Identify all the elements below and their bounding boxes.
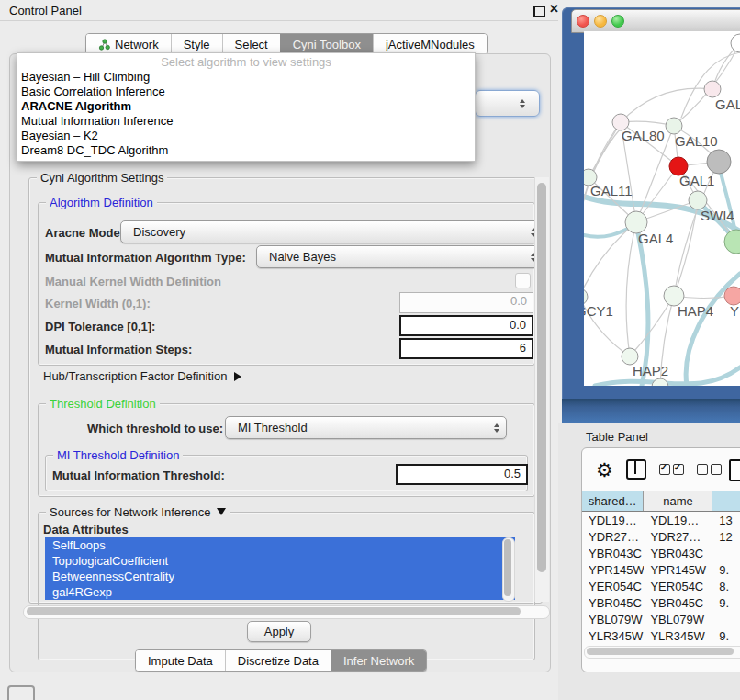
table-cell: 9. [712,629,740,643]
select-all-icon[interactable] [659,464,684,475]
algorithm-option[interactable]: Bayesian – K2 [17,129,475,143]
table-row[interactable]: YER054CYER054C8. [582,578,740,594]
aracne-mode-combo[interactable]: Discovery [120,220,544,243]
tab-infer-network[interactable]: Infer Network [331,650,426,671]
table-cell: YBL079W [644,613,712,627]
table-column-header[interactable] [712,491,740,511]
gear-icon[interactable]: ⚙ [596,460,613,480]
apply-button[interactable]: Apply [247,621,311,642]
network-edge-thick [636,224,648,386]
table-panel-title: Table Panel [586,430,648,444]
dpi-tolerance-field[interactable]: 0.0 [399,315,533,336]
sources-legend: Sources for Network Inference [46,505,230,519]
network-node-salmon[interactable] [724,287,740,305]
table-cell: 12 [712,530,740,544]
mi-threshold-label: Mutual Information Threshold: [52,469,225,482]
network-node-pink-top[interactable] [704,81,721,97]
table-column-header[interactable]: name [644,491,712,511]
tab-label: Select [235,38,268,51]
close-icon[interactable]: ✕ [549,2,559,16]
network-edge [626,222,636,356]
close-traffic-light-icon[interactable] [577,15,589,28]
document-icon[interactable] [729,459,740,481]
data-attribute-item[interactable]: BetweennessCentrality [45,569,515,584]
table-cell: YBL079W [582,613,644,627]
mi-steps-field[interactable]: 6 [399,338,533,359]
manual-kernel-checkbox[interactable] [515,273,531,288]
tab-label: Network [115,38,159,51]
table-cell: 13 [712,514,740,527]
dpi-tolerance-label: DPI Tolerance [0,1]: [45,320,155,333]
table-row[interactable]: YLR345WYLR345W9. [582,627,740,644]
table-row[interactable]: YBR043CYBR043C [582,545,740,561]
tab-style[interactable]: Style [171,34,222,54]
hub-definition-toggle[interactable]: Hub/Transcription Factor Definition [43,369,241,383]
aracne-mode-label: Aracne Mode: [45,226,124,240]
inference-algorithm-combo-fragment[interactable] [475,90,540,117]
data-attribute-item[interactable]: SelfLoops [45,537,515,553]
table-panel-body: ⚙ shared…name YDL19…YDL19…13YDR27…YDR27…… [581,447,740,672]
tab-cyni-toolbox[interactable]: Cyni Toolbox [280,34,373,54]
tab-impute-data[interactable]: Impute Data [136,650,225,671]
table-cell: YDR27… [582,530,644,544]
algorithm-option[interactable]: Bayesian – Hill Climbing [17,70,475,85]
partial-bottom-button[interactable] [7,685,35,700]
table-row[interactable]: YDL19…YDL19…13 [582,512,740,528]
kernel-width-label: Kernel Width (0,1): [45,297,151,310]
settings-horizontal-scrollbar[interactable] [23,605,550,619]
attributes-scrollbar[interactable] [502,537,515,602]
minimize-traffic-light-icon[interactable] [594,15,607,28]
network-edge [589,122,621,177]
table-cell: YDL19… [582,514,644,527]
tab-label: Infer Network [343,654,414,668]
table-column-header[interactable]: shared… [582,491,644,511]
tab-network[interactable]: Network [86,34,171,54]
float-window-icon[interactable] [533,6,545,17]
table-cell: YBR043C [582,547,644,560]
network-canvas[interactable]: GALGAL80GAL10GAL1GAL11SWI4GAL4GCY1HAP4YH… [584,31,740,386]
deselect-all-icon[interactable] [697,464,722,475]
algorithm-option[interactable]: Mutual Information Inference [17,114,475,129]
table-horizontal-scrollbar-thumb[interactable] [587,648,734,655]
threshold-definition-legend: Threshold Definition [46,397,160,411]
network-node-swi4[interactable] [689,191,707,209]
data-attribute-item[interactable]: gal4RGexp [45,584,515,600]
table-row[interactable]: YBR045CYBR045C9. [582,594,740,611]
algorithm-option[interactable]: Dream8 DC_TDC Algorithm [17,143,475,158]
table-row[interactable]: YPR145WYPR145W9. [582,561,740,578]
tab-discretize-data[interactable]: Discretize Data [225,650,331,671]
network-node-partial-top[interactable] [731,34,740,52]
table-horizontal-scrollbar[interactable] [584,646,740,659]
network-window[interactable]: GALGAL80GAL10GAL1GAL11SWI4GAL4GCY1HAP4YH… [562,7,740,399]
settings-horizontal-scrollbar-thumb[interactable] [27,607,521,615]
algorithm-option[interactable]: Basic Correlation Inference [17,85,475,99]
mi-threshold-field[interactable]: 0.5 [396,464,528,485]
attributes-scrollbar-thumb[interactable] [504,539,511,596]
tab-jactivemnodules[interactable]: jActiveMNodules [373,34,487,54]
table-row[interactable]: YDR27…YDR27…12 [582,528,740,545]
table-cell: YBR045C [582,596,644,610]
network-node-bottom-node[interactable] [652,378,668,386]
columns-icon[interactable] [626,459,646,480]
cyni-bottom-tabs: Impute DataDiscretize DataInfer Network [135,649,427,672]
data-attributes-list[interactable]: SelfLoopsTopologicalCoefficientBetweenne… [45,537,515,600]
settings-vertical-scrollbar-thumb[interactable] [537,183,546,572]
network-node-gal10[interactable] [666,118,682,134]
network-window-titlebar[interactable] [571,9,740,33]
mi-type-value: Naive Bayes [269,250,336,264]
mi-type-combo[interactable]: Naive Bayes [256,245,544,268]
network-graph[interactable]: GALGAL80GAL10GAL1GAL11SWI4GAL4GCY1HAP4YH… [584,31,740,386]
which-threshold-combo[interactable]: MI Threshold [225,416,507,439]
network-node-label: HAP4 [678,303,713,319]
network-node-gray-node[interactable] [707,150,731,174]
kernel-width-field[interactable]: 0.0 [399,292,533,313]
network-icon [98,39,110,51]
table-cell: YDL19… [644,514,712,527]
algorithm-option[interactable]: ARACNE Algorithm [17,99,475,114]
table-row[interactable]: YBL079WYBL079W [582,611,740,627]
settings-vertical-scrollbar[interactable] [534,177,549,602]
zoom-traffic-light-icon[interactable] [611,15,624,28]
table-cell: YER054C [582,580,644,593]
data-attribute-item[interactable]: TopologicalCoefficient [45,553,515,569]
tab-select[interactable]: Select [222,34,280,54]
